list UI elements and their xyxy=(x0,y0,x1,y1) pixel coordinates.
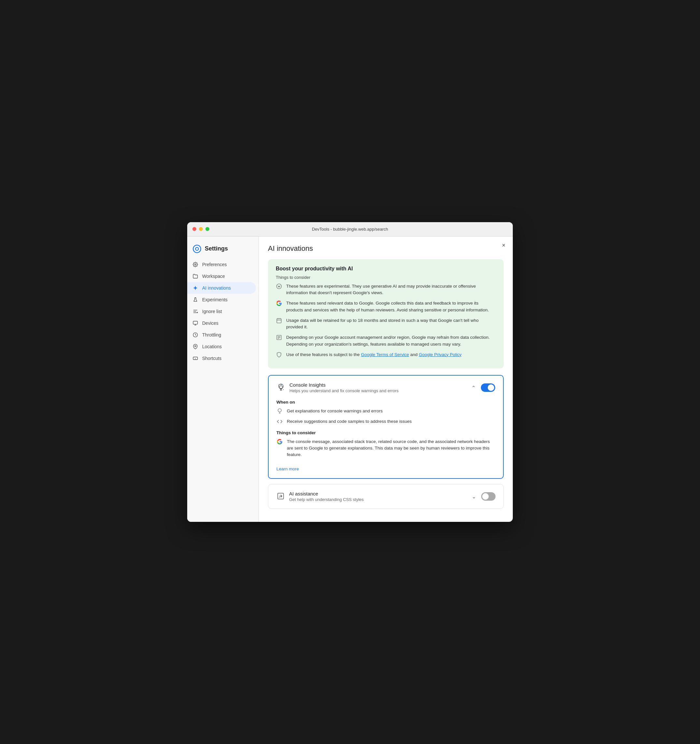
code-icon xyxy=(276,418,283,424)
console-insights-header: Console Insights Helps you understand an… xyxy=(276,382,495,393)
titlebar: DevTools - bubble-jingle.web.app/search xyxy=(187,222,513,237)
console-insights-desc: Helps you understand and fix console war… xyxy=(290,388,398,393)
sidebar-item-throttling[interactable]: Throttling xyxy=(187,329,256,341)
sidebar-item-label: Workspace xyxy=(202,274,225,279)
svg-point-13 xyxy=(195,345,196,347)
svg-rect-14 xyxy=(193,357,197,360)
when-on-item-2: Receive suggestions and code samples to … xyxy=(276,418,495,425)
console-insights-header-left: Console Insights Helps you understand an… xyxy=(276,382,398,393)
sidebar-title: Settings xyxy=(205,245,228,252)
close-traffic-light[interactable] xyxy=(192,227,196,231)
sidebar-header: Settings xyxy=(187,242,259,259)
sidebar-item-label: Ignore list xyxy=(202,309,222,314)
sidebar-item-experiments[interactable]: Experiments xyxy=(187,294,256,305)
sidebar-item-label: Shortcuts xyxy=(202,356,221,361)
info-item-3: Usage data will be retained for up to 18… xyxy=(276,317,496,330)
svg-rect-22 xyxy=(277,318,281,323)
traffic-lights xyxy=(192,227,210,231)
console-insights-things-title: Things to consider xyxy=(276,430,495,435)
throttle-icon xyxy=(192,332,198,338)
sidebar-item-label: Locations xyxy=(202,344,222,349)
flask-icon xyxy=(192,297,198,303)
window-title: DevTools - bubble-jingle.web.app/search xyxy=(312,227,388,232)
calendar-icon xyxy=(276,318,282,323)
svg-point-2 xyxy=(195,264,196,265)
when-on-title: When on xyxy=(276,400,495,405)
svg-rect-9 xyxy=(193,321,197,324)
console-insights-collapse-button[interactable]: ⌃ xyxy=(470,383,477,392)
console-insights-thing-text: The console message, associated stack tr… xyxy=(287,439,495,458)
device-icon xyxy=(192,320,198,326)
info-card-title: Boost your productivity with AI xyxy=(276,266,496,272)
console-insights-text: Console Insights Helps you understand an… xyxy=(290,382,398,393)
sidebar-item-label: Devices xyxy=(202,320,218,326)
console-insights-icon xyxy=(276,383,285,392)
info-item-text: These features are experimental. They us… xyxy=(286,283,496,296)
main-panel: × AI innovations Boost your productivity… xyxy=(259,237,513,522)
ai-assistance-text: AI assistance Get help with understandin… xyxy=(289,491,364,502)
console-insights-controls: ⌃ xyxy=(470,383,495,392)
google-g-icon-1 xyxy=(276,301,282,306)
console-insights-card: Console Insights Helps you understand an… xyxy=(268,375,504,479)
page-title: AI innovations xyxy=(268,244,504,253)
gear-icon xyxy=(192,262,198,268)
ai-assistance-icon xyxy=(276,491,285,501)
sidebar-item-preferences[interactable]: Preferences xyxy=(187,259,256,270)
sidebar-item-label: AI innovations xyxy=(202,285,231,290)
console-insights-thing-1: The console message, associated stack tr… xyxy=(276,439,495,458)
ai-assistance-header: AI assistance Get help with understandin… xyxy=(276,491,495,502)
when-on-item-text: Receive suggestions and code samples to … xyxy=(287,418,412,425)
info-item-1: These features are experimental. They us… xyxy=(276,283,496,296)
ai-assistance-controls: ⌄ xyxy=(470,492,495,501)
console-insights-title: Console Insights xyxy=(290,382,398,388)
when-on-item-1: Get explanations for console warnings an… xyxy=(276,408,495,414)
info-item-4: Depending on your Google account managem… xyxy=(276,334,496,348)
sidebar-item-workspace[interactable]: Workspace xyxy=(187,270,256,282)
settings-logo-icon xyxy=(192,244,202,253)
ai-assistance-card: AI assistance Get help with understandin… xyxy=(268,484,504,509)
sidebar-item-ai-innovations[interactable]: AI innovations xyxy=(187,282,256,294)
sidebar: Settings Preferences Workspace xyxy=(187,237,259,522)
ai-assistance-toggle[interactable] xyxy=(481,492,495,501)
svg-point-0 xyxy=(193,245,201,253)
ai-caution-icon xyxy=(276,283,282,289)
sidebar-item-label: Preferences xyxy=(202,262,227,267)
ai-assistance-title: AI assistance xyxy=(289,491,364,496)
keyboard-icon xyxy=(192,356,198,361)
sidebar-item-ignore-list[interactable]: Ignore list xyxy=(187,305,256,317)
console-insights-toggle[interactable] xyxy=(481,383,495,392)
info-item-text: Use of these features is subject to the … xyxy=(286,351,462,358)
sidebar-item-label: Throttling xyxy=(202,332,221,338)
sparkle-icon xyxy=(192,285,198,291)
minimize-traffic-light[interactable] xyxy=(199,227,203,231)
close-button[interactable]: × xyxy=(500,242,508,250)
google-g-icon-2 xyxy=(276,439,283,445)
lightbulb-icon xyxy=(276,408,283,414)
info-item-text: These features send relevant data to Goo… xyxy=(286,300,496,313)
main-content: Settings Preferences Workspace xyxy=(187,237,513,522)
sidebar-item-locations[interactable]: Locations xyxy=(187,341,256,353)
maximize-traffic-light[interactable] xyxy=(205,227,210,231)
svg-point-1 xyxy=(195,247,198,250)
ignore-icon xyxy=(192,308,198,314)
info-card: Boost your productivity with AI Things t… xyxy=(268,259,504,368)
ai-assistance-expand-button[interactable]: ⌄ xyxy=(470,492,477,501)
info-card-subtitle: Things to consider xyxy=(276,275,496,280)
settings-window: DevTools - bubble-jingle.web.app/search … xyxy=(187,222,513,522)
svg-line-34 xyxy=(283,389,283,390)
ai-assistance-desc: Get help with understanding CSS styles xyxy=(289,497,364,502)
info-item-5: Use of these features is subject to the … xyxy=(276,351,496,358)
sidebar-item-devices[interactable]: Devices xyxy=(187,317,256,329)
shield-icon xyxy=(276,352,282,358)
learn-more-link[interactable]: Learn more xyxy=(276,466,299,471)
info-item-text: Usage data will be retained for up to 18… xyxy=(286,317,496,330)
when-on-item-text: Get explanations for console warnings an… xyxy=(287,408,383,414)
ai-assistance-header-left: AI assistance Get help with understandin… xyxy=(276,491,364,502)
sidebar-item-label: Experiments xyxy=(202,297,227,302)
info-item-2: These features send relevant data to Goo… xyxy=(276,300,496,313)
sidebar-item-shortcuts[interactable]: Shortcuts xyxy=(187,353,256,364)
when-on-section: When on Get explanations for console war… xyxy=(276,400,495,425)
tos-link[interactable]: Google Terms of Service xyxy=(361,352,409,357)
list-alt-icon xyxy=(276,335,282,341)
privacy-link[interactable]: Google Privacy Policy xyxy=(419,352,461,357)
